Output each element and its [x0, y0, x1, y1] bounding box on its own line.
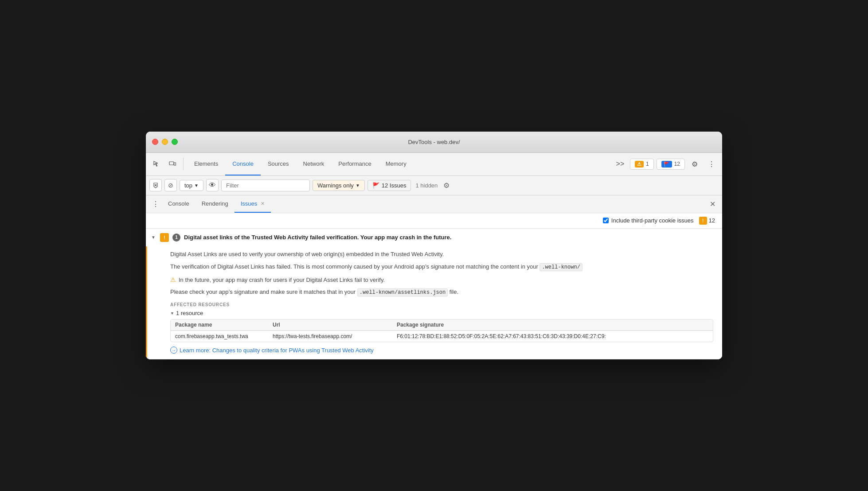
resource-table: Package name Url Package signature com.f… [170, 319, 713, 342]
warning-count: 1 [646, 161, 649, 167]
third-party-checkbox[interactable] [603, 218, 609, 223]
title-bar: DevTools - web.dev/ [146, 132, 722, 153]
issues-header: Include third-party cookie issues ! 12 [146, 213, 722, 229]
warnings-only-label: Warnings only [317, 182, 354, 189]
resource-chevron-icon: ▼ [170, 311, 174, 316]
tab-performance[interactable]: Performance [331, 153, 378, 175]
eye-icon: 👁 [209, 181, 216, 189]
issues-flag-icon: 🚩 [372, 182, 379, 189]
issue-title: Digital asset links of the Trusted Web A… [184, 234, 451, 241]
resource-table-header: Package name Url Package signature [171, 320, 713, 331]
more-icon: ⋮ [708, 160, 715, 168]
col-signature: Package signature [392, 320, 713, 330]
issue-item: ▼ ! 1 Digital asset links of the Trusted… [146, 229, 722, 360]
code-well-known: .well-known/ [540, 263, 582, 271]
col-package-name: Package name [171, 320, 268, 330]
customize-button[interactable]: ⋮ [704, 157, 719, 171]
issue-warn-badge: ! [160, 233, 169, 242]
settings-button[interactable]: ⚙ [688, 157, 702, 171]
affected-label: Affected Resources [170, 302, 713, 307]
more-tabs-button[interactable]: >> [613, 157, 627, 171]
cell-url: https://twa-tests.firebaseapp.com/ [268, 331, 392, 342]
third-party-label: Include third-party cookie issues [611, 217, 694, 224]
issues-panel: ⋮ Console Rendering Issues ✕ ✕ Include t… [146, 195, 722, 360]
issue-note: Please check your app’s signature and ma… [170, 288, 713, 297]
issue-desc1: Digital Asset Links are used to verify y… [170, 250, 713, 259]
close-panel-button[interactable]: ✕ [706, 198, 719, 210]
expand-chevron-icon: ▼ [151, 235, 156, 240]
gear-icon: ⚙ [692, 160, 698, 168]
context-selector[interactable]: top ▼ [180, 180, 203, 191]
context-value: top [184, 182, 192, 189]
resource-toggle[interactable]: ▼ 1 resource [170, 310, 713, 316]
svg-rect-0 [169, 162, 174, 165]
issue-warning-row: ⚠ In the future, your app may crash for … [170, 276, 713, 284]
tab-menu-icon[interactable]: ⋮ [149, 198, 162, 210]
code-assetlinks: .well-known/assetlinks.json [357, 288, 448, 296]
maximize-button[interactable] [172, 139, 178, 145]
issue-desc2: The verification of Digital Asset Links … [170, 262, 713, 272]
affected-resources: Affected Resources ▼ 1 resource Package … [170, 302, 713, 342]
issue-count-circle: 1 [172, 234, 180, 242]
tab-issues-panel[interactable]: Issues ✕ [235, 195, 271, 213]
tab-close-icon[interactable]: ✕ [261, 201, 265, 207]
tab-network[interactable]: Network [296, 153, 332, 175]
block-icon-btn[interactable]: ⊘ [164, 179, 177, 191]
table-row: com.firebaseapp.twa_tests.twa https://tw… [171, 331, 713, 342]
learn-more-text: Learn more: Changes to quality criteria … [180, 347, 374, 354]
warnings-dropdown[interactable]: Warnings only ▼ [313, 180, 365, 191]
dropdown-arrow-icon: ▼ [356, 183, 360, 188]
warning-triangle-icon: ⚠ [170, 276, 176, 283]
console-settings-button[interactable]: ⚙ [440, 179, 453, 191]
cell-package-name: com.firebaseapp.twa_tests.twa [171, 331, 268, 342]
tab-memory[interactable]: Memory [379, 153, 414, 175]
close-button[interactable] [152, 139, 158, 145]
tab-sources[interactable]: Sources [261, 153, 296, 175]
warning-icon: ⚠ [635, 161, 644, 168]
hidden-count: 1 hidden [415, 182, 438, 189]
settings-gear-icon: ⚙ [443, 181, 450, 190]
tab-console[interactable]: Console [225, 153, 261, 175]
tab-rendering-panel[interactable]: Rendering [195, 195, 235, 213]
issue-warning-text: In the future, your app may crash for us… [179, 276, 385, 284]
chevron-down-icon: ▼ [194, 183, 199, 188]
toolbar-separator [183, 158, 184, 170]
window-title: DevTools - web.dev/ [408, 139, 460, 145]
issues-icon: 🚩 [661, 161, 672, 168]
col-url: Url [268, 320, 392, 330]
total-count: 12 [709, 217, 715, 224]
device-toggle-button[interactable] [165, 157, 180, 171]
clear-console-button[interactable] [149, 179, 162, 191]
svg-rect-1 [174, 163, 176, 165]
issues-badge-btn[interactable]: 🚩 12 Issues [368, 180, 411, 191]
panel-tab-bar: ⋮ Console Rendering Issues ✕ ✕ [146, 195, 722, 213]
console-toolbar: ⊘ top ▼ 👁 Warnings only ▼ 🚩 12 Issues 1 … [146, 176, 722, 195]
toolbar-tabs: Elements Console Sources Network Perform… [187, 153, 414, 175]
issues-count: 12 [674, 161, 680, 167]
issue-warn-icon: ! [699, 217, 707, 225]
cell-signature: F6:01:12:78:BD:E1:88:52:D5:0F:05:2A:5E:6… [392, 331, 713, 342]
issue-header-row[interactable]: ▼ ! 1 Digital asset links of the Trusted… [146, 229, 722, 246]
block-icon: ⊘ [168, 182, 173, 189]
inspect-element-button[interactable] [149, 157, 164, 171]
resource-count: 1 resource [176, 310, 203, 316]
issues-badge[interactable]: 🚩 12 [657, 159, 685, 170]
devtools-window: DevTools - web.dev/ Elements Console Sou… [146, 132, 722, 360]
traffic-lights [152, 139, 178, 145]
devtools-toolbar: Elements Console Sources Network Perform… [146, 153, 722, 176]
external-link-icon: → [170, 347, 177, 354]
eye-button[interactable]: 👁 [206, 179, 219, 191]
tab-console-panel[interactable]: Console [162, 195, 195, 213]
issues-count-label: 12 Issues [382, 182, 407, 189]
third-party-checkbox-label[interactable]: Include third-party cookie issues [603, 217, 694, 224]
learn-more-link[interactable]: → Learn more: Changes to quality criteri… [170, 347, 713, 354]
tab-elements[interactable]: Elements [187, 153, 225, 175]
issue-body: Digital Asset Links are used to verify y… [146, 246, 722, 359]
minimize-button[interactable] [162, 139, 168, 145]
warnings-badge[interactable]: ⚠ 1 [630, 159, 654, 170]
total-issue-count: ! 12 [699, 217, 715, 225]
filter-input[interactable] [221, 179, 310, 191]
toolbar-right: >> ⚠ 1 🚩 12 ⚙ ⋮ [613, 157, 719, 171]
